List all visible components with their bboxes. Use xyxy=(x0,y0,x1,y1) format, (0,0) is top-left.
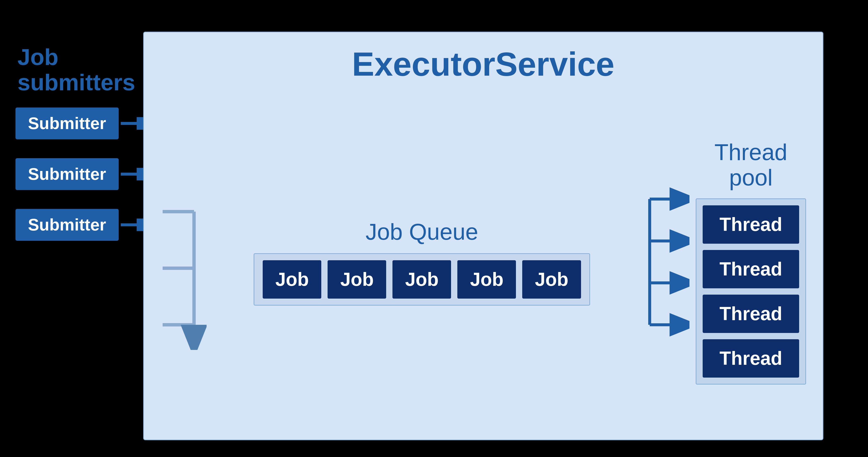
job-box-3: Job xyxy=(393,260,451,298)
submitter-box-3: Submitter xyxy=(16,209,119,241)
job-queue-section: Job Queue Job Job Job Job Job xyxy=(219,218,625,306)
job-box-5: Job xyxy=(522,260,581,298)
merge-arrows xyxy=(160,187,207,350)
job-queue-box: Job Job Job Job Job xyxy=(254,253,590,306)
thread-box-1: Thread xyxy=(703,205,799,244)
job-box-2: Job xyxy=(328,260,386,298)
executor-box: ExecutorService xyxy=(143,32,824,440)
job-box-1: Job xyxy=(263,260,321,298)
job-queue-title: Job Queue xyxy=(366,218,478,245)
queue-to-pool-arrows xyxy=(643,168,689,356)
submitter-box-1: Submitter xyxy=(16,108,119,139)
submitters-section: Job submitters Submitter Submitter xyxy=(16,44,158,260)
thread-pool-title: Thread pool xyxy=(714,139,787,190)
job-box-4: Job xyxy=(457,260,516,298)
submitters-title: Job submitters xyxy=(18,44,135,95)
executor-title: ExecutorService xyxy=(160,45,806,83)
submitter-row-2: Submitter xyxy=(16,158,158,190)
thread-pool-section: Thread pool Thread Thread Thread Thread xyxy=(696,139,806,384)
thread-pool-box: Thread Thread Thread Thread xyxy=(696,198,806,384)
submitter-row-1: Submitter xyxy=(16,108,158,139)
thread-box-3: Thread xyxy=(703,295,799,333)
submitter-box-2: Submitter xyxy=(16,158,119,190)
executor-content: Job Queue Job Job Job Job Job xyxy=(160,100,806,424)
submitter-row-3: Submitter xyxy=(16,209,158,241)
thread-box-4: Thread xyxy=(703,339,799,378)
thread-box-2: Thread xyxy=(703,250,799,288)
diagram-container: Job submitters Submitter Submitter xyxy=(16,19,853,438)
